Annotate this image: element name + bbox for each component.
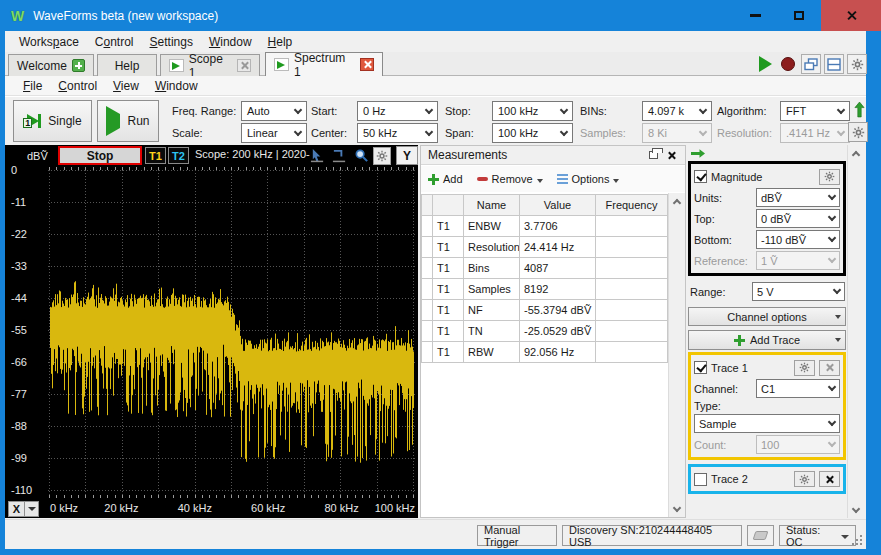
menu-item-window[interactable]: Window <box>201 33 260 51</box>
magnitude-checkbox[interactable] <box>694 170 707 183</box>
device-icon-button[interactable] <box>747 525 774 546</box>
cursor-tool-icon[interactable] <box>332 148 348 164</box>
measurement-row[interactable]: T1ENBW3.7706 <box>422 216 668 237</box>
zoom-tool-icon[interactable] <box>354 148 370 164</box>
spectrum-chart[interactable] <box>48 167 415 500</box>
scroll-up-button[interactable] <box>669 193 685 209</box>
minimize-button[interactable] <box>733 0 777 31</box>
tab-spectrum-1[interactable]: Spectrum 1 <box>265 52 383 76</box>
close-panel-button[interactable] <box>665 149 678 161</box>
type-select[interactable]: Sample <box>694 414 840 433</box>
close-button[interactable] <box>821 0 881 31</box>
pointer-tool-icon[interactable] <box>310 148 326 164</box>
scroll-up-button[interactable] <box>848 145 863 161</box>
resize-grip[interactable] <box>860 543 862 545</box>
stop-freq-select[interactable]: 100 kHz <box>492 101 573 121</box>
channel-select[interactable]: C1 <box>756 379 840 398</box>
span-select[interactable]: 100 kHz <box>492 123 573 143</box>
range-select[interactable]: 5 V <box>752 282 845 301</box>
plot-gear-button[interactable] <box>373 147 391 165</box>
tab-welcome[interactable]: Welcome <box>8 54 94 76</box>
add-measurement-button[interactable]: Add <box>428 173 463 185</box>
trace2-tab[interactable]: T2 <box>168 147 189 164</box>
add-trace-button[interactable]: Add Trace <box>688 330 846 350</box>
chevron-up-icon <box>851 150 859 158</box>
scroll-down-button[interactable] <box>669 501 685 517</box>
tab-help[interactable]: Help <box>97 54 157 76</box>
status-button[interactable]: Status: OC <box>779 525 856 546</box>
expand-panel-arrow-icon[interactable] <box>690 148 706 162</box>
column-header-value[interactable]: Value <box>520 195 596 216</box>
measurement-options-button[interactable]: Options <box>557 173 620 185</box>
measurements-scrollbar[interactable] <box>668 193 685 517</box>
samples-label: Samples: <box>580 124 626 142</box>
start-select[interactable]: 0 Hz <box>357 101 438 121</box>
measurement-row[interactable]: T1Bins4087 <box>422 258 668 279</box>
workspace-toolbar <box>755 53 867 75</box>
tab-scope-1[interactable]: Scope 1 <box>160 54 260 76</box>
run-button[interactable]: Run <box>97 100 159 142</box>
tile-windows-button[interactable] <box>824 54 844 74</box>
menu-item-help[interactable]: Help <box>260 33 301 51</box>
manual-trigger-button[interactable]: Manual Trigger <box>477 525 557 546</box>
run-all-button[interactable] <box>755 54 775 74</box>
measurement-row[interactable]: T1RBW92.056 Hz <box>422 342 668 363</box>
measurement-row[interactable]: T1TN-25.0529 dBṼ <box>422 321 668 342</box>
measurement-row[interactable]: T1Samples8192 <box>422 279 668 300</box>
trace2-gear-button[interactable] <box>794 471 815 487</box>
remove-measurement-button[interactable]: Remove <box>477 173 543 185</box>
x-axis-dropdown[interactable] <box>25 501 39 517</box>
close-icon <box>667 151 676 160</box>
menu-item-view[interactable]: View <box>105 77 147 95</box>
collapse-toolbar-arrow-icon[interactable] <box>854 101 865 121</box>
trace2-checkbox[interactable] <box>694 473 707 486</box>
trace1-group: Trace 1 Channel: C1 Type: Sample Count: … <box>688 352 846 460</box>
close-tab-icon[interactable] <box>237 59 251 72</box>
add-instrument-icon[interactable] <box>72 59 85 72</box>
channel-options-button[interactable]: Channel options <box>688 307 846 326</box>
algorithm-select[interactable]: FFT <box>780 101 850 121</box>
y-axis-tick-label: -66 <box>11 356 27 368</box>
single-button[interactable]: 1 Single <box>13 100 92 142</box>
menu-item-settings[interactable]: Settings <box>142 33 201 51</box>
center-select[interactable]: 50 kHz <box>357 123 438 143</box>
freq-range-select[interactable]: Auto <box>241 101 307 121</box>
trace1-checkbox[interactable] <box>694 361 707 374</box>
x-axis-button[interactable]: X <box>8 501 39 517</box>
magnitude-gear-button[interactable] <box>819 169 840 185</box>
bins-select[interactable]: 4.097 k <box>642 101 712 121</box>
device-button[interactable]: Discovery SN:210244448405 USB <box>562 525 742 546</box>
menu-item-window[interactable]: Window <box>147 77 206 95</box>
toolbar-gear-button[interactable] <box>848 122 868 142</box>
float-panel-button[interactable] <box>647 149 660 161</box>
trace1-gear-button[interactable] <box>794 360 815 376</box>
type-label: Type: <box>694 399 840 413</box>
y-axis-button[interactable]: Y <box>396 146 418 165</box>
column-header-frequency[interactable]: Frequency <box>596 195 668 216</box>
measurement-row[interactable]: T1Resolution24.414 Hz <box>422 237 668 258</box>
scroll-down-button[interactable] <box>848 502 863 518</box>
menu-item-control[interactable]: Control <box>50 77 105 95</box>
cascade-windows-button[interactable] <box>801 54 821 74</box>
menu-item-control[interactable]: Control <box>87 33 142 51</box>
options-gear-button[interactable] <box>847 54 867 74</box>
list-icon <box>557 174 568 184</box>
close-icon <box>825 475 834 484</box>
units-select[interactable]: dBṼ <box>756 188 840 207</box>
stop-run-button[interactable]: Stop <box>58 146 142 165</box>
record-button[interactable] <box>778 54 798 74</box>
measurements-header[interactable]: Measurements <box>421 146 685 165</box>
trace1-tab[interactable]: T1 <box>145 147 166 164</box>
maximize-button[interactable] <box>777 0 821 31</box>
top-select[interactable]: 0 dBṼ <box>756 209 840 228</box>
close-tab-icon[interactable] <box>360 58 374 71</box>
menu-item-workspace[interactable]: Workspace <box>11 33 87 51</box>
scale-select[interactable]: Linear <box>241 123 307 143</box>
trace2-remove-button[interactable] <box>819 471 840 487</box>
measurement-row[interactable]: T1NF-55.3794 dBṼ <box>422 300 668 321</box>
menu-item-file[interactable]: File <box>15 77 50 95</box>
freq-range-label: Freq. Range: <box>172 102 236 120</box>
column-header-name[interactable]: Name <box>464 195 520 216</box>
settings-scrollbar[interactable] <box>847 145 863 518</box>
bottom-select[interactable]: -110 dBṼ <box>756 230 840 249</box>
